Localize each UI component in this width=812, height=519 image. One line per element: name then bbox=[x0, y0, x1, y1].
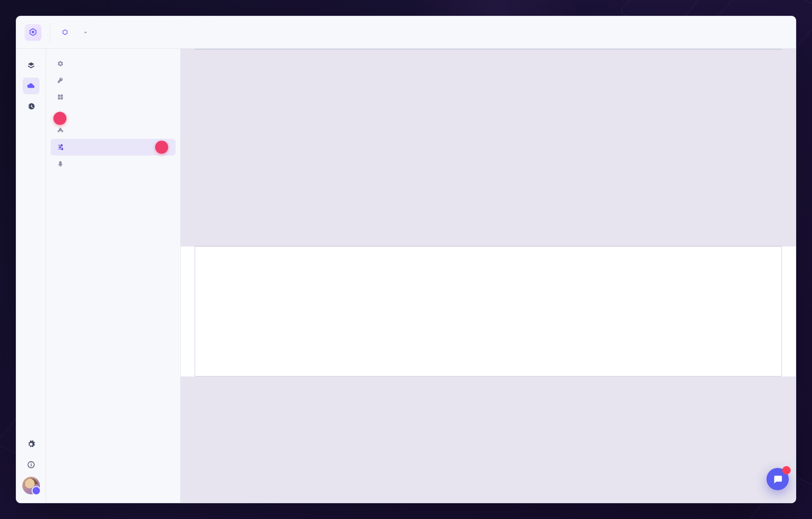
snav-item-features[interactable] bbox=[51, 105, 176, 122]
callout-pin-2 bbox=[155, 141, 168, 154]
header-divider bbox=[50, 23, 50, 42]
chat-icon bbox=[773, 474, 783, 484]
callout-pin-1 bbox=[53, 112, 66, 125]
left-rail bbox=[16, 49, 46, 503]
cluster-selector[interactable] bbox=[77, 29, 89, 36]
rail-item-help[interactable] bbox=[23, 456, 39, 473]
user-avatar[interactable] bbox=[22, 477, 40, 494]
snav-item-network[interactable] bbox=[51, 122, 176, 139]
svg-rect-2 bbox=[31, 464, 32, 467]
rail-item-history[interactable] bbox=[23, 98, 39, 115]
cluster-icon bbox=[59, 26, 72, 39]
cluster-settings-modal bbox=[16, 16, 796, 503]
svg-rect-3 bbox=[31, 463, 32, 464]
snav-item-danger-zone[interactable] bbox=[51, 156, 176, 172]
snav-item-resources[interactable] bbox=[51, 89, 176, 105]
snav-item-advanced-settings[interactable] bbox=[51, 139, 176, 156]
snav-item-general[interactable] bbox=[51, 55, 176, 72]
qovery-logo-icon bbox=[28, 27, 38, 38]
rail-item-clusters[interactable] bbox=[23, 78, 39, 94]
chat-unread-badge bbox=[782, 466, 791, 474]
settings-main bbox=[181, 49, 796, 503]
rail-item-organization[interactable] bbox=[23, 57, 39, 74]
modal-header bbox=[16, 16, 796, 49]
intercom-chat-button[interactable] bbox=[766, 468, 789, 490]
app-logo bbox=[25, 24, 41, 41]
rail-item-settings[interactable] bbox=[23, 436, 39, 453]
svg-point-0 bbox=[32, 31, 34, 33]
advanced-settings-table bbox=[195, 49, 782, 50]
snav-item-credentials[interactable] bbox=[51, 72, 176, 89]
chevron-down-icon bbox=[82, 29, 89, 36]
